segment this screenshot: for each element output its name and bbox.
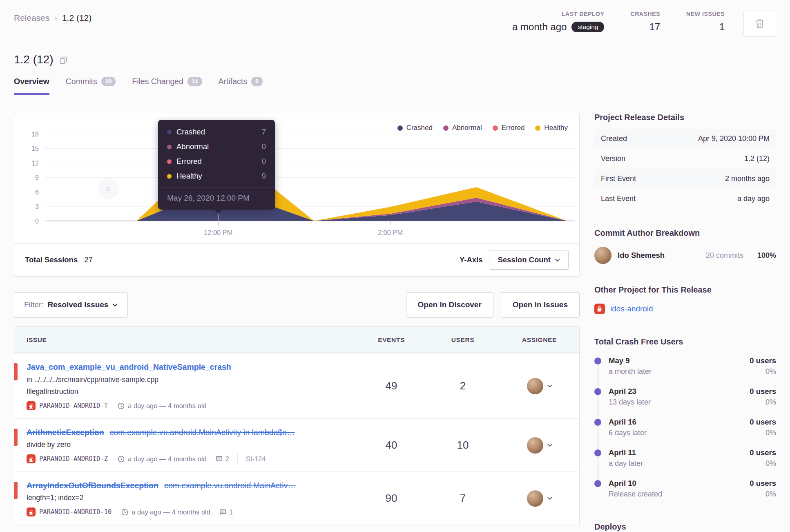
top-header: Releases › 1.2 (12) LAST DEPLOY a month … xyxy=(0,0,790,37)
list-item: April 11a day later 0 users0% xyxy=(594,448,776,468)
comments-count[interactable]: 1 xyxy=(219,508,233,516)
stat-label: LAST DEPLOY xyxy=(512,11,604,17)
chart-tooltip: Crashed7 Abnormal0 Errored0 Healthy9 May… xyxy=(158,120,275,210)
tab-label: Commits xyxy=(66,77,97,86)
issue-link[interactable]: ArrayIndexOutOfBoundsException xyxy=(27,481,158,490)
column-events: EVENTS xyxy=(357,336,426,344)
table-row: Java_com_example_vu_android_NativeSample… xyxy=(14,353,579,418)
detail-row-first-event: First Event2 months ago xyxy=(594,169,776,189)
assignee-dropdown[interactable] xyxy=(500,490,579,507)
tab-files-changed[interactable]: Files Changed14 xyxy=(132,77,202,95)
errored-dot-icon xyxy=(167,159,172,164)
comments-count[interactable]: 2 xyxy=(216,455,229,463)
users-count: 10 xyxy=(426,439,500,452)
trash-icon xyxy=(755,18,765,29)
crashed-legend-dot xyxy=(397,125,403,131)
sessions-chart[interactable]: 036912151812:00 PM2:00 PM0 Crashed Abnor… xyxy=(14,113,579,243)
delete-release-button[interactable] xyxy=(743,11,776,37)
total-sessions-label: Total Sessions xyxy=(25,255,78,264)
crashed-dot-icon xyxy=(167,130,172,134)
detail-row-last-event: Last Eventa day ago xyxy=(594,189,776,209)
issue-culprit[interactable]: com.example.vu.android.MainActiv… xyxy=(164,481,296,490)
tab-commits[interactable]: Commits20 xyxy=(66,77,116,95)
release-title-row: 1.2 (12) xyxy=(0,53,790,66)
issues-toolbar: Filter: Resolved Issues Open in Discover… xyxy=(14,292,580,317)
legend-item-healthy[interactable]: Healthy xyxy=(535,124,568,132)
svg-text:12:00 PM: 12:00 PM xyxy=(204,229,232,236)
clock-icon xyxy=(118,456,125,463)
tab-label: Overview xyxy=(14,77,49,86)
tooltip-row-healthy: Healthy9 xyxy=(158,169,275,183)
svg-text:0: 0 xyxy=(35,218,39,225)
other-project-link[interactable]: idos-android xyxy=(610,304,653,313)
issue-message: length=1; index=2 xyxy=(27,494,348,502)
tab-count-badge: 14 xyxy=(187,77,202,86)
assignee-dropdown[interactable] xyxy=(500,378,579,394)
chevron-down-icon xyxy=(112,303,118,307)
issue-culprit[interactable]: com.example.vu.android.MainActivity in l… xyxy=(110,428,295,437)
project-chip[interactable]: PARANOID-ANDROID-T xyxy=(27,401,108,410)
svg-text:2:00 PM: 2:00 PM xyxy=(378,229,403,236)
tab-label: Files Changed xyxy=(132,77,183,86)
chevron-down-icon xyxy=(547,444,552,447)
chart-legend: Crashed Abnormal Errored Healthy xyxy=(397,124,568,132)
open-in-discover-button[interactable]: Open in Discover xyxy=(406,292,493,317)
header-stats: LAST DEPLOY a month ago staging CRASHES … xyxy=(512,11,776,37)
new-issues-value: 1 xyxy=(719,21,725,33)
other-project-section: Other Project for This Release idos-andr… xyxy=(594,285,776,314)
timeline-dot-icon xyxy=(594,480,601,487)
list-item: April 10Release created 0 users0% xyxy=(594,479,776,498)
svg-text:3: 3 xyxy=(35,203,39,210)
comment-icon xyxy=(219,509,226,515)
chart-footer: Total Sessions 27 Y-Axis Session Count xyxy=(14,243,579,276)
abnormal-legend-dot xyxy=(443,125,449,131)
column-assignee: ASSIGNEE xyxy=(500,336,579,344)
stat-last-deploy: LAST DEPLOY a month ago staging xyxy=(512,11,604,33)
list-item: May 9a month later 0 users0% xyxy=(594,356,776,376)
events-count: 90 xyxy=(357,492,426,505)
tab-count-badge: 20 xyxy=(101,77,116,86)
users-count: 2 xyxy=(426,380,500,392)
tooltip-row-crashed: Crashed7 xyxy=(158,125,275,139)
healthy-dot-icon xyxy=(167,174,172,179)
issues-filter-select[interactable]: Filter: Resolved Issues xyxy=(14,292,128,317)
unhandled-marker xyxy=(14,363,18,380)
legend-item-errored[interactable]: Errored xyxy=(493,124,525,132)
issue-location: in ../../../../src/main/cpp/native-sampl… xyxy=(27,376,348,384)
tab-overview[interactable]: Overview xyxy=(14,77,49,95)
issue-age: a day ago — 4 months old xyxy=(118,402,207,410)
column-users: USERS xyxy=(426,336,500,344)
tooltip-date: May 26, 2020 12:00 PM xyxy=(158,188,275,210)
timeline-dot-icon xyxy=(594,358,601,364)
crashes-value: 17 xyxy=(649,21,660,33)
issue-link[interactable]: ArithmeticException xyxy=(27,428,104,437)
project-chip[interactable]: PARANOID-ANDROID-10 xyxy=(27,507,112,516)
deploys-section: Deploys xyxy=(594,522,776,532)
breadcrumb-current: 1.2 (12) xyxy=(62,13,91,23)
project-chip[interactable]: PARANOID-ANDROID-Z xyxy=(27,454,108,463)
open-in-issues-button[interactable]: Open in Issues xyxy=(501,292,580,317)
legend-item-crashed[interactable]: Crashed xyxy=(397,124,433,132)
assignee-dropdown[interactable] xyxy=(500,437,579,454)
chevron-down-icon xyxy=(547,384,552,388)
copy-icon[interactable] xyxy=(59,56,67,64)
java-project-icon xyxy=(594,304,605,314)
unhandled-marker xyxy=(14,482,18,499)
timeline-dot-icon xyxy=(594,419,601,426)
release-overview-page: Releases › 1.2 (12) LAST DEPLOY a month … xyxy=(0,0,790,532)
breadcrumb-releases[interactable]: Releases xyxy=(14,13,50,23)
legend-item-abnormal[interactable]: Abnormal xyxy=(443,124,482,132)
issues-table: ISSUE EVENTS USERS ASSIGNEE Java_com_exa… xyxy=(14,326,580,525)
yaxis-select[interactable]: Session Count xyxy=(489,250,569,270)
crash-free-timeline: May 9a month later 0 users0% April 2313 … xyxy=(594,356,776,498)
section-title: Deploys xyxy=(594,522,776,532)
issue-link[interactable]: Java_com_example_vu_android_NativeSample… xyxy=(27,362,231,371)
java-project-icon xyxy=(27,454,36,463)
healthy-legend-dot xyxy=(535,125,540,131)
issues-table-header: ISSUE EVENTS USERS ASSIGNEE xyxy=(14,327,579,353)
detail-row-version: Version1.2 (12) xyxy=(594,149,776,169)
list-item: April 2313 days later 0 users0% xyxy=(594,387,776,407)
stat-crashes: CRASHES 17 xyxy=(630,11,660,33)
tab-artifacts[interactable]: Artifacts0 xyxy=(219,77,263,95)
clock-icon xyxy=(118,402,125,409)
